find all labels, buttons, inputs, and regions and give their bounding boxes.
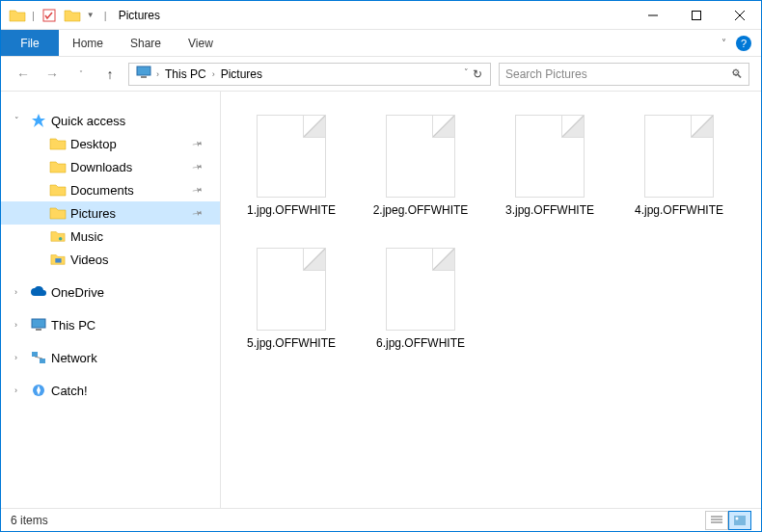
file-item[interactable]: 4.jpg.OFFWHITE: [618, 109, 740, 234]
tab-home[interactable]: Home: [59, 30, 117, 56]
file-item[interactable]: 6.jpg.OFFWHITE: [360, 242, 481, 367]
sidebar-item-pictures[interactable]: Pictures 📌︎: [1, 201, 220, 225]
folder-icon: [49, 204, 67, 222]
view-toggle: [705, 511, 751, 530]
sidebar-network[interactable]: › Network: [1, 346, 220, 369]
chevron-right-icon[interactable]: ›: [14, 287, 26, 297]
folder-icon: [49, 181, 67, 199]
chevron-right-icon[interactable]: ›: [210, 69, 217, 79]
svg-point-19: [736, 517, 739, 519]
close-button[interactable]: [718, 1, 761, 30]
sidebar-label: Network: [51, 351, 97, 365]
details-view-button[interactable]: [705, 511, 728, 530]
qat-dropdown-icon[interactable]: ▼: [87, 11, 95, 19]
breadcrumb-pictures[interactable]: Pictures: [217, 67, 266, 81]
catch-icon: [30, 382, 47, 399]
file-list[interactable]: 1.jpg.OFFWHITE 2.jpeg.OFFWHITE 3.jpg.OFF…: [221, 92, 761, 508]
pin-icon: 📌︎: [190, 205, 205, 221]
chevron-right-icon[interactable]: ›: [14, 320, 26, 330]
chevron-right-icon[interactable]: ›: [14, 353, 26, 362]
folder-icon: [49, 135, 67, 152]
tab-share[interactable]: Share: [117, 30, 175, 56]
cloud-icon: [30, 283, 47, 301]
sidebar-item-music[interactable]: Music: [1, 225, 220, 248]
window-controls: [631, 1, 761, 30]
sidebar-item-label: Desktop: [70, 137, 117, 151]
svg-rect-2: [692, 11, 700, 19]
sidebar-item-documents[interactable]: Documents 📌︎: [1, 178, 220, 201]
sidebar-item-label: Music: [70, 229, 103, 244]
refresh-icon[interactable]: ↻: [473, 67, 482, 81]
pc-icon: [135, 66, 152, 83]
status-bar: 6 items: [1, 508, 761, 531]
ribbon-right: ˅ ?: [721, 30, 761, 56]
pin-icon: 📌︎: [190, 182, 205, 198]
ribbon-expand-icon[interactable]: ˅: [721, 38, 726, 48]
sidebar-item-videos[interactable]: Videos: [1, 248, 220, 271]
file-item[interactable]: 5.jpg.OFFWHITE: [231, 242, 352, 367]
file-icon: [644, 115, 714, 198]
star-icon: [30, 112, 47, 129]
status-item-count: 6 items: [11, 514, 48, 527]
sidebar-label: Catch!: [51, 384, 88, 398]
sidebar-quick-access[interactable]: ˅ Quick access: [1, 109, 220, 132]
window-title: Pictures: [119, 9, 160, 22]
folder-icon: [9, 7, 26, 24]
sidebar-item-label: Downloads: [70, 160, 132, 174]
tab-view[interactable]: View: [175, 30, 227, 56]
breadcrumb-this-pc[interactable]: This PC: [161, 67, 210, 81]
forward-button[interactable]: →: [41, 64, 63, 85]
maximize-button[interactable]: [674, 1, 718, 30]
pc-icon: [30, 316, 47, 333]
up-button[interactable]: ↑: [99, 64, 121, 85]
svg-rect-8: [55, 258, 61, 262]
recent-dropdown-icon[interactable]: ˅: [70, 64, 92, 85]
sidebar-item-desktop[interactable]: Desktop 📌︎: [1, 132, 220, 155]
sidebar-label: This PC: [51, 318, 95, 332]
file-icon: [515, 115, 585, 198]
chevron-down-icon[interactable]: ˅: [14, 116, 26, 125]
pin-icon: 📌︎: [190, 159, 205, 174]
sidebar-this-pc[interactable]: › This PC: [1, 313, 220, 336]
file-item[interactable]: 3.jpg.OFFWHITE: [489, 109, 611, 234]
music-icon: [49, 227, 67, 245]
back-button[interactable]: ←: [13, 64, 34, 85]
sidebar-catch[interactable]: › Catch!: [1, 379, 220, 402]
svg-rect-5: [137, 66, 150, 75]
sidebar-item-label: Documents: [70, 183, 134, 198]
chevron-right-icon[interactable]: ›: [154, 69, 161, 79]
breadcrumb-dropdown-icon[interactable]: ˅: [464, 67, 469, 81]
svg-rect-18: [734, 516, 746, 525]
file-name: 2.jpeg.OFFWHITE: [369, 203, 473, 217]
search-icon[interactable]: 🔍︎: [731, 67, 743, 81]
sidebar-item-label: Videos: [70, 253, 109, 267]
file-icon: [257, 248, 326, 331]
svg-rect-6: [141, 76, 147, 78]
file-item[interactable]: 2.jpeg.OFFWHITE: [360, 109, 481, 234]
title-separator: |: [32, 10, 35, 21]
file-name: 6.jpg.OFFWHITE: [372, 336, 469, 350]
sidebar-onedrive[interactable]: › OneDrive: [1, 280, 220, 304]
navigation-bar: ← → ˅ ↑ › This PC › Pictures ˅ ↻ Search …: [1, 57, 761, 92]
search-input[interactable]: Search Pictures 🔍︎: [499, 63, 749, 86]
new-folder-qat-icon[interactable]: [64, 7, 81, 24]
help-icon[interactable]: ?: [736, 36, 751, 51]
pin-icon: 📌︎: [190, 136, 205, 151]
videos-icon: [49, 251, 67, 268]
titlebar: | ▼ | Pictures: [1, 1, 761, 30]
file-tab[interactable]: File: [1, 30, 59, 56]
minimize-button[interactable]: [631, 1, 674, 30]
sidebar-label: OneDrive: [51, 285, 104, 300]
file-item[interactable]: 1.jpg.OFFWHITE: [231, 109, 352, 234]
svg-rect-10: [36, 329, 41, 331]
file-name: 5.jpg.OFFWHITE: [243, 336, 340, 350]
file-icon: [257, 115, 326, 198]
quick-access-toolbar: | ▼ | Pictures: [1, 7, 160, 24]
properties-icon[interactable]: [41, 7, 58, 24]
chevron-right-icon[interactable]: ›: [14, 386, 26, 395]
sidebar-item-downloads[interactable]: Downloads 📌︎: [1, 155, 220, 178]
file-name: 4.jpg.OFFWHITE: [631, 203, 727, 217]
breadcrumb[interactable]: › This PC › Pictures ˅ ↻: [128, 63, 491, 86]
thumbnails-view-button[interactable]: [728, 511, 751, 530]
ribbon: File Home Share View ˅ ?: [1, 30, 761, 57]
